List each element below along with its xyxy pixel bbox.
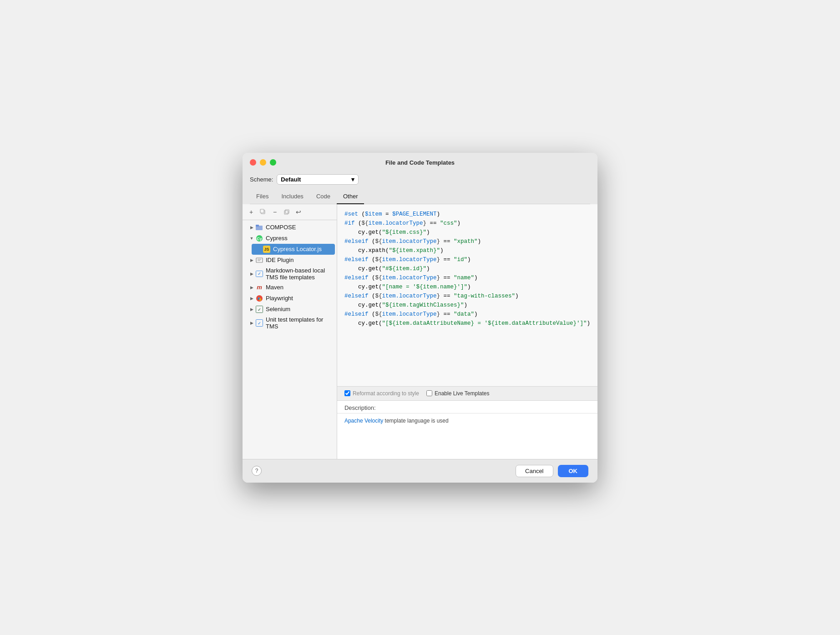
bottom-bar: ? Cancel OK — [243, 459, 597, 483]
expand-icon: ▶ — [248, 295, 255, 302]
leaf-spacer — [255, 246, 263, 253]
tree-item-markdown[interactable]: ▶ ✓ Markdown-based local TMS file templa… — [244, 266, 335, 282]
tabs-row: Files Includes Code Other — [250, 189, 590, 204]
file-code-templates-dialog: File and Code Templates Scheme: Default … — [243, 153, 597, 483]
tree-item-playwright[interactable]: ▶ 🎭 Playwright — [244, 293, 335, 304]
dialog-title: File and Code Templates — [385, 159, 455, 166]
copy-button[interactable] — [258, 207, 268, 217]
maven-icon: m — [255, 283, 263, 292]
tab-includes[interactable]: Includes — [275, 189, 309, 204]
close-button[interactable] — [250, 159, 256, 166]
help-button[interactable]: ? — [252, 466, 262, 476]
tree-item-ide-plugin[interactable]: ▶ IDE Plugin — [244, 255, 335, 266]
reformat-option[interactable]: Reformat according to style — [344, 390, 419, 397]
tree-item-label: Maven — [266, 284, 283, 291]
tree-item-label: Playwright — [266, 295, 293, 302]
svg-text:✓: ✓ — [258, 272, 261, 276]
right-panel: #set ($item = $PAGE_ELEMENT) #if (${item… — [337, 204, 597, 459]
file-tree: ▶ COMPOSE ▼ Cy — [243, 220, 337, 459]
scheme-row: Scheme: Default ▾ — [250, 171, 590, 189]
left-panel: + − ↩ ▶ — [243, 204, 337, 459]
svg-rect-2 — [284, 211, 288, 214]
tree-item-label: Cypress Locator.js — [273, 246, 322, 252]
compose-folder-icon — [255, 223, 263, 232]
expand-icon: ▶ — [248, 306, 255, 313]
duplicate-button[interactable] — [282, 207, 292, 217]
playwright-icon: 🎭 — [255, 294, 263, 302]
selenium-icon: ✓ — [255, 305, 263, 313]
markdown-icon: ✓ — [255, 270, 263, 278]
js-file-icon: JS — [263, 245, 271, 253]
cypress-children: JS Cypress Locator.js — [243, 244, 337, 255]
svg-text:Cy: Cy — [257, 237, 262, 241]
options-bar: Reformat according to style Enable Live … — [337, 386, 597, 400]
reformat-checkbox[interactable] — [344, 390, 350, 396]
unit-test-icon: ✓ — [255, 319, 263, 327]
svg-text:✓: ✓ — [258, 321, 261, 326]
tab-files[interactable]: Files — [250, 189, 275, 204]
live-templates-option[interactable]: Enable Live Templates — [426, 390, 490, 397]
description-content[interactable]: Apache Velocity template language is use… — [337, 413, 597, 459]
description-text: template language is used — [383, 418, 448, 424]
tree-item-label: Cypress — [266, 235, 288, 242]
ok-button[interactable]: OK — [558, 465, 589, 477]
svg-rect-3 — [285, 210, 289, 213]
collapse-icon: ▼ — [248, 235, 255, 242]
expand-icon: ▶ — [248, 319, 255, 327]
reset-button[interactable]: ↩ — [293, 207, 304, 217]
chevron-down-icon: ▾ — [351, 176, 354, 183]
svg-rect-8 — [256, 258, 263, 262]
ide-plugin-icon — [255, 256, 263, 264]
svg-rect-5 — [256, 225, 259, 227]
svg-text:✓: ✓ — [258, 307, 261, 312]
description-label: Description: — [337, 401, 597, 413]
action-buttons: Cancel OK — [516, 465, 588, 477]
traffic-lights — [250, 159, 276, 166]
tab-other[interactable]: Other — [337, 189, 364, 204]
reformat-label: Reformat according to style — [353, 390, 419, 397]
description-area: Description: Apache Velocity template la… — [337, 400, 597, 459]
expand-icon: ▶ — [248, 257, 255, 264]
tree-item-label: IDE Plugin — [266, 257, 293, 263]
expand-icon: ▶ — [248, 224, 255, 231]
expand-icon: ▶ — [248, 284, 255, 291]
cypress-icon: Cy — [255, 234, 263, 242]
cancel-button[interactable]: Cancel — [516, 465, 553, 477]
live-templates-label: Enable Live Templates — [435, 390, 490, 397]
tree-item-selenium[interactable]: ▶ ✓ Selenium — [244, 304, 335, 315]
expand-icon: ▶ — [248, 270, 255, 277]
scheme-dropdown[interactable]: Default ▾ — [277, 174, 359, 185]
tree-item-cypress-locator[interactable]: JS Cypress Locator.js — [252, 244, 335, 255]
tree-item-label: Markdown-based local TMS file templates — [266, 267, 331, 281]
title-bar: File and Code Templates Scheme: Default … — [243, 153, 597, 204]
remove-button[interactable]: − — [270, 207, 280, 217]
tree-item-label: COMPOSE — [266, 224, 296, 231]
tree-item-maven[interactable]: ▶ m Maven — [244, 282, 335, 293]
minimize-button[interactable] — [260, 159, 266, 166]
live-templates-checkbox[interactable] — [426, 390, 432, 396]
tree-item-label: Selenium — [266, 306, 290, 312]
tab-code[interactable]: Code — [310, 189, 337, 204]
code-editor[interactable]: #set ($item = $PAGE_ELEMENT) #if (${item… — [337, 204, 597, 386]
maximize-button[interactable] — [270, 159, 276, 166]
svg-text:🎭: 🎭 — [257, 297, 262, 301]
tree-item-compose[interactable]: ▶ COMPOSE — [244, 222, 335, 233]
toolbar: + − ↩ — [243, 204, 337, 220]
tree-item-unit-test[interactable]: ▶ ✓ Unit test templates for TMS — [244, 315, 335, 331]
tree-item-cypress[interactable]: ▼ Cy Cypress — [244, 233, 335, 244]
add-button[interactable]: + — [246, 207, 256, 217]
scheme-label: Scheme: — [250, 176, 273, 183]
tree-item-label: Unit test templates for TMS — [266, 316, 331, 330]
scheme-value: Default — [281, 176, 301, 183]
svg-rect-1 — [260, 209, 264, 213]
main-content: + − ↩ ▶ — [243, 204, 597, 459]
apache-velocity-link[interactable]: Apache Velocity — [344, 418, 383, 424]
